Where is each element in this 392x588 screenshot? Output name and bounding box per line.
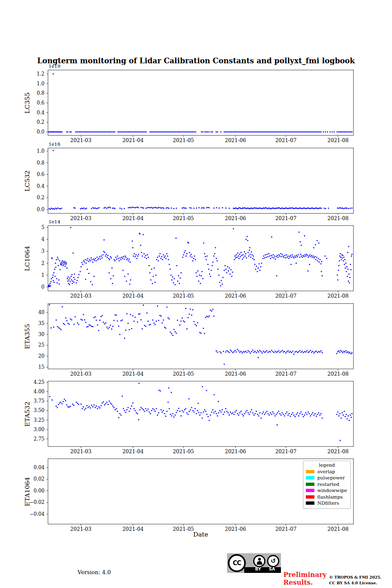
plot-area bbox=[48, 225, 354, 291]
x-tick-label: 2021-03 bbox=[70, 137, 91, 143]
y-tick-label: 0.6 bbox=[37, 100, 45, 106]
y-tick-label: 4.25 bbox=[33, 379, 45, 385]
y-tick-label: 0.2 bbox=[37, 119, 45, 125]
restarted-swatch bbox=[306, 483, 314, 486]
plot-area bbox=[48, 381, 354, 447]
y-tick-label: 0.04 bbox=[33, 465, 45, 470]
legend-item-flashlamps: flashlamps bbox=[306, 494, 348, 500]
legend-item-windowwipe: windowwipe bbox=[306, 488, 348, 494]
y-tick-label: 2.75 bbox=[33, 436, 45, 442]
x-tick-label: 2021-05 bbox=[173, 448, 194, 454]
legend-item-overlap: overlap bbox=[306, 468, 348, 475]
y-tick-label: 2 bbox=[41, 261, 45, 266]
subplot-lc355: 1e19 LC355 0.00.20.40.60.81.01.22021-032… bbox=[48, 70, 354, 136]
x-tick-label: 2021-05 bbox=[173, 293, 194, 299]
y-tick-label: 3.50 bbox=[33, 408, 45, 413]
y-axis-title: LC355 bbox=[24, 70, 31, 136]
version-label: Version: 4.0 bbox=[78, 569, 111, 575]
x-tick-label: 2021-03 bbox=[70, 448, 91, 454]
by-label: BY bbox=[252, 567, 264, 571]
y-tick-label: 4 bbox=[41, 236, 45, 242]
attribution-person-icon bbox=[253, 555, 265, 567]
y-tick-label: 0.8 bbox=[37, 160, 45, 166]
x-tick-label: 2021-07 bbox=[275, 448, 296, 454]
y-tick-label: 3.25 bbox=[33, 417, 45, 423]
cc-icon: CC bbox=[228, 554, 246, 572]
legend-title: legend bbox=[306, 462, 348, 468]
y-tick-label: 1.0 bbox=[37, 81, 45, 87]
x-tick-label: 2021-06 bbox=[225, 448, 246, 454]
y-tick-label: 4.00 bbox=[33, 389, 45, 394]
y-tick-label: 0.0 bbox=[37, 207, 45, 212]
x-tick-label: 2021-04 bbox=[122, 371, 144, 377]
copyright-note: © TROPOS & FMI 2025. CC BY SA 4.0 Licens… bbox=[329, 575, 381, 586]
legend-item-restarted: restarted bbox=[306, 481, 348, 488]
legend-item-ndfilters: NDfilters bbox=[306, 500, 348, 507]
y-tick-label: 20 bbox=[38, 353, 45, 359]
cc-by-sa-badge: CC ↺ BY SA bbox=[227, 553, 281, 573]
preliminary-results-note: Preliminary Results. bbox=[283, 571, 327, 586]
ndfilters-swatch bbox=[306, 501, 314, 505]
x-tick-label: 2021-06 bbox=[225, 293, 246, 299]
x-tick-label: 2021-07 bbox=[275, 293, 296, 299]
y-tick-label: 3.75 bbox=[33, 398, 45, 404]
y-tick-label: 0.8 bbox=[37, 90, 45, 96]
x-tick-label: 2021-05 bbox=[173, 215, 194, 221]
y-tick-label: 0.4 bbox=[37, 183, 45, 189]
plot-area bbox=[48, 70, 354, 136]
y-tick-label: 0.2 bbox=[37, 195, 45, 200]
x-tick-label: 2021-04 bbox=[122, 293, 144, 299]
y-tick-label: −0.04 bbox=[29, 511, 45, 517]
subplot-eta532: ETA532 2.753.003.253.503.754.004.252021-… bbox=[48, 381, 354, 447]
y-offset-label: 1e14 bbox=[49, 219, 60, 225]
x-tick-label: 2021-07 bbox=[275, 215, 296, 221]
x-tick-label: 2021-08 bbox=[327, 215, 349, 221]
x-tick-label: 2021-03 bbox=[70, 293, 91, 299]
x-tick-label: 2021-06 bbox=[225, 371, 246, 377]
x-tick-label: 2021-05 bbox=[173, 371, 194, 377]
plot-area bbox=[48, 303, 354, 369]
y-tick-label: 25 bbox=[38, 342, 45, 348]
subplot-lc532: 1e16 LC532 0.00.20.40.60.81.02021-032021… bbox=[48, 148, 354, 214]
y-offset-label: 1e16 bbox=[49, 141, 60, 147]
subplot-lc1064: 1e14 LC1064 0123452021-032021-042021-052… bbox=[48, 225, 354, 291]
x-tick-label: 2021-08 bbox=[327, 371, 349, 377]
x-tick-label: 2021-08 bbox=[327, 448, 349, 454]
figure: Longterm monitoring of Lidar Calibration… bbox=[0, 0, 392, 588]
x-tick-label: 2021-03 bbox=[70, 215, 91, 221]
pulsepower-swatch bbox=[306, 476, 314, 479]
x-tick-label: 2021-07 bbox=[275, 137, 296, 143]
y-tick-label: 15 bbox=[38, 364, 45, 370]
x-tick-label: 2021-03 bbox=[70, 371, 91, 377]
y-tick-label: 1.2 bbox=[37, 71, 45, 77]
y-tick-label: 0 bbox=[41, 284, 45, 290]
subplot-eta1064: ETA1064 legend overlap pulsepower restar… bbox=[48, 459, 354, 524]
y-axis-title: LC532 bbox=[24, 148, 31, 214]
y-tick-label: 5 bbox=[41, 225, 45, 230]
y-axis-title: ETA355 bbox=[24, 303, 31, 369]
windowwipe-swatch bbox=[306, 489, 314, 492]
y-tick-label: 0.02 bbox=[33, 476, 45, 482]
y-tick-label: 0.00 bbox=[33, 488, 45, 494]
share-alike-icon: ↺ bbox=[267, 555, 279, 567]
y-tick-label: 3 bbox=[41, 248, 45, 254]
flashlamps-swatch bbox=[306, 495, 314, 499]
y-tick-label: 35 bbox=[38, 321, 45, 326]
x-tick-label: 2021-06 bbox=[225, 215, 246, 221]
y-tick-label: 30 bbox=[38, 332, 45, 337]
subplot-eta355: ETA355 1520253035402021-032021-042021-05… bbox=[48, 303, 354, 369]
x-tick-label: 2021-08 bbox=[327, 137, 349, 143]
y-offset-label: 1e19 bbox=[49, 63, 60, 69]
sa-label: SA bbox=[266, 567, 278, 571]
overlap-swatch bbox=[306, 470, 314, 473]
x-tick-label: 2021-04 bbox=[122, 448, 144, 454]
y-tick-label: 0.0 bbox=[37, 129, 45, 135]
plot-area bbox=[48, 148, 354, 214]
y-tick-label: 40 bbox=[38, 310, 45, 315]
legend: legend overlap pulsepower restarted wind… bbox=[303, 461, 351, 509]
y-tick-label: 1.0 bbox=[37, 148, 45, 154]
x-tick-label: 2021-05 bbox=[173, 137, 194, 143]
y-tick-label: −0.02 bbox=[29, 499, 45, 505]
y-tick-label: 1 bbox=[41, 272, 45, 278]
y-tick-label: 0.4 bbox=[37, 110, 45, 116]
